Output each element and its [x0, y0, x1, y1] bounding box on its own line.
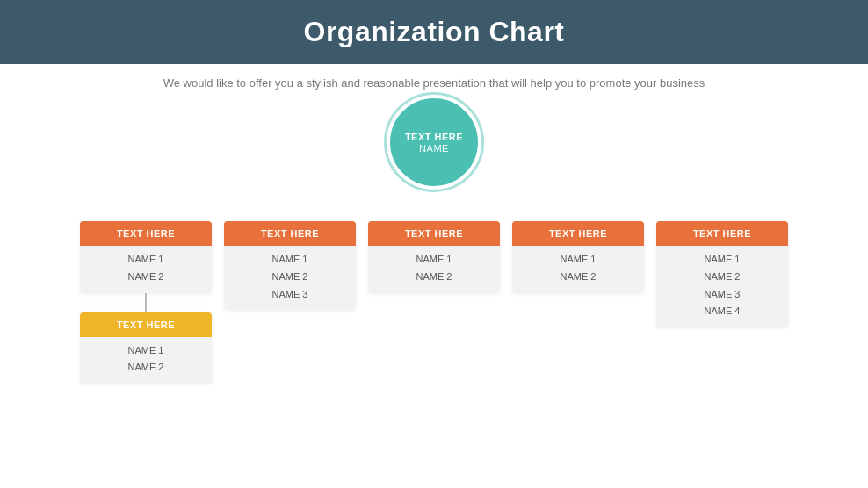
card-col2: TEXT HERENAME 1NAME 2NAME 3: [224, 221, 356, 310]
level2-col-col3: TEXT HERENAME 1NAME 2: [368, 221, 500, 293]
card-header-col5: TEXT HERE: [656, 221, 788, 246]
card-col5: TEXT HERENAME 1NAME 2NAME 3NAME 4: [656, 221, 788, 327]
list-item: NAME 2: [665, 269, 779, 286]
card-body-col4: NAME 1NAME 2: [512, 246, 644, 293]
level2-col-col2: TEXT HERENAME 1NAME 2NAME 3: [224, 221, 356, 310]
card-col1: TEXT HERENAME 1NAME 2: [80, 221, 212, 293]
list-item: NAME 1: [89, 342, 203, 360]
level2-col-col5: TEXT HERENAME 1NAME 2NAME 3NAME 4: [656, 221, 788, 327]
card-header-col1: TEXT HERE: [80, 221, 212, 246]
list-item: NAME 2: [377, 269, 491, 286]
list-item: NAME 2: [521, 269, 635, 286]
card-body-col2: NAME 1NAME 2NAME 3: [224, 246, 356, 310]
subtitle-text: We would like to offer you a stylish and…: [0, 76, 868, 90]
card-header-col2: TEXT HERE: [224, 221, 356, 246]
card-body-col3: NAME 1NAME 2: [368, 246, 500, 293]
list-item: NAME 1: [377, 251, 491, 269]
list-item: NAME 4: [665, 303, 779, 320]
root-node: TEXT HERE NAME: [390, 98, 478, 186]
header: Organization Chart: [0, 0, 868, 64]
card-body-col1: NAME 1NAME 2: [80, 246, 212, 293]
list-item: NAME 1: [233, 251, 347, 269]
card-header-col4: TEXT HERE: [512, 221, 644, 246]
child-card-col1: TEXT HERENAME 1NAME 2: [80, 312, 212, 384]
sub-connector-line: [145, 293, 147, 312]
card-header-col3: TEXT HERE: [368, 221, 500, 246]
child-card-header-col1: TEXT HERE: [80, 312, 212, 337]
list-item: NAME 2: [89, 359, 203, 377]
level2-col-col4: TEXT HERENAME 1NAME 2: [512, 221, 644, 293]
list-item: NAME 3: [233, 286, 347, 304]
card-col4: TEXT HERENAME 1NAME 2: [512, 221, 644, 293]
list-item: NAME 3: [665, 286, 779, 304]
chart-container: TEXT HERE NAME TEXT HERENAME 1NAME 2TEXT…: [0, 98, 868, 384]
root-name: NAME: [419, 143, 449, 154]
card-col3: TEXT HERENAME 1NAME 2: [368, 221, 500, 293]
list-item: NAME 2: [233, 269, 347, 286]
card-body-col5: NAME 1NAME 2NAME 3NAME 4: [656, 246, 788, 327]
list-item: NAME 1: [89, 251, 203, 269]
child-card-body-col1: NAME 1NAME 2: [80, 337, 212, 384]
list-item: NAME 1: [665, 251, 779, 269]
list-item: NAME 2: [89, 269, 203, 286]
level2-col-col1: TEXT HERENAME 1NAME 2TEXT HERENAME 1NAME…: [80, 221, 212, 384]
list-item: NAME 1: [521, 251, 635, 269]
page-title: Organization Chart: [0, 16, 868, 48]
root-label: TEXT HERE: [405, 131, 463, 143]
